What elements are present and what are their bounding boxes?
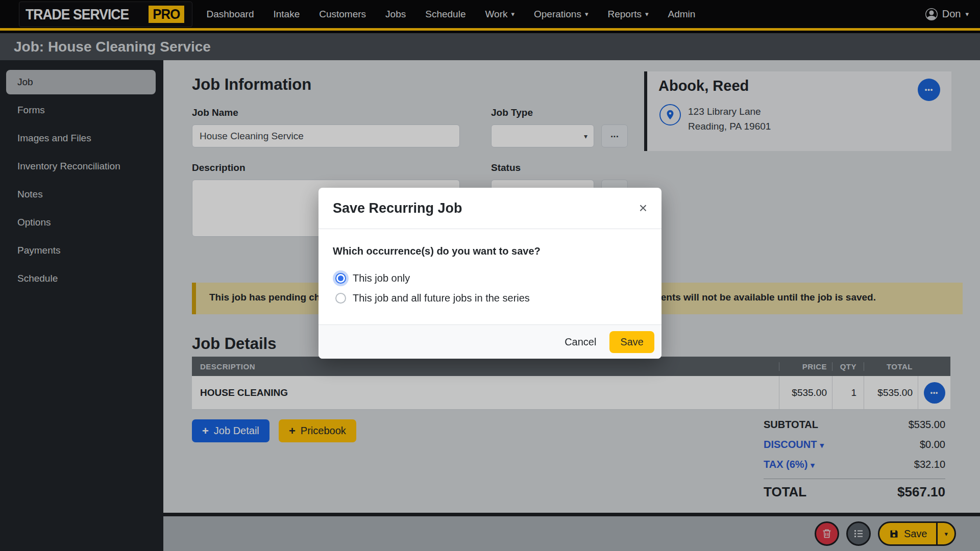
modal-header: Save Recurring Job × [318,188,662,229]
radio-selected-icon[interactable] [335,273,346,284]
modal-question: Which occurrence(s) do you want to save? [333,245,647,257]
save-recurring-job-modal: Save Recurring Job × Which occurrence(s)… [318,188,662,359]
close-icon[interactable]: × [639,201,647,215]
modal-body: Which occurrence(s) do you want to save?… [318,229,662,324]
option-this-job-only[interactable]: This job only [335,272,647,284]
cancel-button[interactable]: Cancel [565,336,596,348]
modal-save-button[interactable]: Save [609,331,654,353]
occurrence-options: This job only This job and all future jo… [333,272,647,304]
modal-footer: Cancel Save [318,324,662,359]
modal-title: Save Recurring Job [333,201,462,216]
radio-unselected-icon[interactable] [335,293,346,304]
option-this-job-and-future[interactable]: This job and all future jobs in the seri… [335,292,647,304]
